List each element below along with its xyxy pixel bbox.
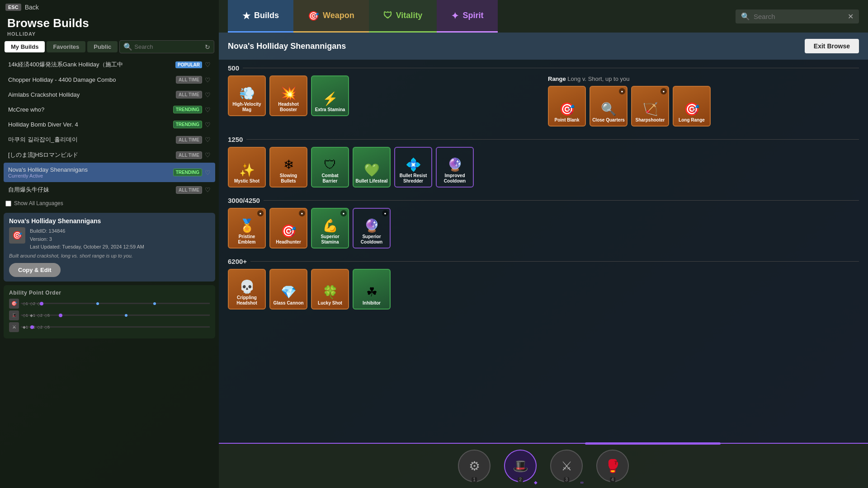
build-item-name: Nova's Holliday Shenannigans xyxy=(8,166,88,173)
ability-order-section: Ability Point Order 🎯 ◇1 ◇2 ◇5 🎩 ◇1 ◆1 ◇… xyxy=(4,285,215,338)
item-lucky-shot[interactable]: 🍀 Lucky Shot xyxy=(311,269,349,310)
item-long-range[interactable]: 🎯 Long Range xyxy=(673,86,711,127)
favorite-button[interactable]: ♡ xyxy=(205,91,211,99)
item-icon: 💥 xyxy=(281,87,297,100)
search-icon: 🔍 xyxy=(123,42,132,51)
build-item-left: McCree who? xyxy=(8,106,44,113)
build-list-item[interactable]: Chopper Holliday - 4400 Damage Combo ALL… xyxy=(4,72,215,87)
favorite-button[interactable]: ♡ xyxy=(205,76,211,84)
nav-search-box[interactable]: 🔍 ✕ xyxy=(736,9,859,23)
build-list-item[interactable]: 14k経済400爆発法系Gank Holliday（施工中 POPULAR ♡ xyxy=(4,57,215,72)
refresh-button[interactable]: ↻ xyxy=(205,43,210,51)
ability-number-3: 3 xyxy=(564,477,569,482)
tier-500-items: 💨 High-Velocity Mag 💥 Headshot Booster ⚡… xyxy=(228,75,539,116)
item-combat-barrier[interactable]: 🛡 Combat Barrier xyxy=(311,147,349,188)
show-all-languages-checkbox[interactable] xyxy=(5,201,11,206)
item-improved-cooldown[interactable]: 🔮 Improved Cooldown xyxy=(436,147,474,188)
item-glass-cannon[interactable]: 💎 Glass Cannon xyxy=(269,269,307,310)
tab-favorites[interactable]: Favorites xyxy=(47,41,85,52)
build-list-item[interactable]: 마쿠의 길라잡이_홀리데이 ALL TIME ♡ xyxy=(4,132,215,147)
item-superior-stamina[interactable]: 💪 Superior Stamina ● xyxy=(311,208,349,249)
track-line-3: ◆1 ◇1 ◇2 ◇5 xyxy=(21,326,210,328)
item-icon: 🎯 xyxy=(559,103,575,116)
build-item-name: Holliday Bomb Diver Ver. 4 xyxy=(8,121,78,128)
build-badge: ALL TIME xyxy=(176,151,202,159)
item-headshot-booster[interactable]: 💥 Headshot Booster xyxy=(269,75,307,116)
build-badge: ALL TIME xyxy=(176,76,202,84)
item-mystic-shot[interactable]: ✨ Mystic Shot xyxy=(228,147,266,188)
builds-tab-label: Builds xyxy=(254,11,279,20)
build-item-right: TRENDING ♡ xyxy=(173,169,211,176)
build-list-item[interactable]: 自用爆头牛仔妹 ALL TIME ♡ xyxy=(4,182,215,197)
item-icon: 🏹 xyxy=(642,103,658,116)
build-badge: TRENDING xyxy=(173,106,202,113)
tier-6200: 6200+ 💀 Crippling Headshot 💎 Glass Canno… xyxy=(219,253,868,314)
item-name: High-Velocity Mag xyxy=(231,102,263,113)
tab-my-builds[interactable]: My Builds xyxy=(5,41,45,52)
build-list-item[interactable]: Holliday Bomb Diver Ver. 4 TRENDING ♡ xyxy=(4,117,215,132)
nav-tab-spirit[interactable]: ✦ Spirit xyxy=(437,0,498,33)
item-badge: ● xyxy=(340,210,347,216)
item-slowing-bullets[interactable]: ❄ Slowing Bullets xyxy=(269,147,307,188)
ability-order-title: Ability Point Order xyxy=(9,290,210,296)
item-bullet-lifesteal[interactable]: 💚 Bullet Lifesteal xyxy=(353,147,391,188)
item-inhibitor[interactable]: ☘ Inhibitor xyxy=(353,269,391,310)
build-list-item[interactable]: [しのま流]HSロマンビルド ALL TIME ♡ xyxy=(4,147,215,163)
build-list-item[interactable]: Aimlabs Crackshot Holliday ALL TIME ♡ xyxy=(4,87,215,102)
item-name: Glass Cannon xyxy=(273,300,303,306)
item-badge: ● xyxy=(257,210,264,216)
tier-500-label: 500 xyxy=(228,64,859,72)
builds-search-box[interactable]: 🔍 ↻ xyxy=(119,40,214,53)
nav-search-clear-button[interactable]: ✕ xyxy=(848,12,854,21)
item-high-velocity-mag[interactable]: 💨 High-Velocity Mag xyxy=(228,75,266,116)
ability-button-1[interactable]: ⚙ 1 xyxy=(458,450,491,482)
build-meta: BuildID: 134846 Version: 3 Last Updated:… xyxy=(30,227,144,251)
tier-500-cols: 💨 High-Velocity Mag 💥 Headshot Booster ⚡… xyxy=(228,75,859,127)
ability-number-4: 4 xyxy=(610,477,615,482)
favorite-button[interactable]: ♡ xyxy=(205,186,211,193)
back-button[interactable]: Back xyxy=(25,4,39,11)
favorite-button[interactable]: ♡ xyxy=(205,61,211,68)
ability-track-icon-2: 🎩 xyxy=(9,310,19,320)
nav-search-input[interactable] xyxy=(754,13,844,20)
item-name: Headhunter xyxy=(276,239,301,245)
weapon-icon: 🎯 xyxy=(308,10,319,21)
main-panel: ★ Builds 🎯 Weapon 🛡 Vitality ✦ Spirit 🔍 … xyxy=(219,0,868,488)
item-crippling-headshot[interactable]: 💀 Crippling Headshot xyxy=(228,269,266,310)
item-badge: ● xyxy=(382,210,388,216)
track-line-1: ◇1 ◇2 ◇5 xyxy=(21,303,210,304)
build-item-name: 14k経済400爆発法系Gank Holliday（施工中 xyxy=(8,61,123,69)
nav-tab-weapon[interactable]: 🎯 Weapon xyxy=(293,0,369,33)
build-list-item[interactable]: McCree who? TRENDING ♡ xyxy=(4,102,215,117)
favorite-button[interactable]: ♡ xyxy=(205,121,211,128)
favorite-button[interactable]: ♡ xyxy=(205,169,211,176)
item-superior-cooldown[interactable]: 🔮 Superior Cooldown ● xyxy=(353,208,391,249)
favorite-button[interactable]: ♡ xyxy=(205,106,211,113)
favorite-button[interactable]: ♡ xyxy=(205,151,211,159)
tier-3000: 3000/4250 🏅 Pristine Emblem ● 🎯 Headhunt… xyxy=(219,192,868,253)
nav-tab-vitality[interactable]: 🛡 Vitality xyxy=(369,0,437,33)
item-icon: 💎 xyxy=(281,286,297,299)
build-list-item[interactable]: Nova's Holliday Shenannigans Currently A… xyxy=(4,163,215,182)
item-close-quarters[interactable]: 🔍 Close Quarters ● xyxy=(590,86,627,127)
build-detail-icon: 🎯 xyxy=(9,227,25,244)
ability-button-3[interactable]: ⚔ 3 ∞ xyxy=(550,450,583,482)
item-extra-stamina[interactable]: ⚡ Extra Stamina xyxy=(311,75,349,116)
builds-search-input[interactable] xyxy=(134,43,203,50)
tab-public[interactable]: Public xyxy=(87,41,118,52)
build-item-left: 14k経済400爆発法系Gank Holliday（施工中 xyxy=(8,61,123,69)
favorite-button[interactable]: ♡ xyxy=(205,136,211,143)
nav-tab-builds[interactable]: ★ Builds xyxy=(228,0,293,33)
item-headhunter[interactable]: 🎯 Headhunter ● xyxy=(269,208,307,249)
copy-edit-button[interactable]: Copy & Edit xyxy=(9,263,61,277)
build-item-right: ALL TIME ♡ xyxy=(176,151,211,159)
build-id: BuildID: 134846 xyxy=(30,227,144,235)
item-pristine-emblem[interactable]: 🏅 Pristine Emblem ● xyxy=(228,208,266,249)
ability-button-4[interactable]: 🥊 4 xyxy=(596,450,629,482)
ability-button-2[interactable]: 🎩 2 ◆ xyxy=(504,450,537,482)
item-bullet-resist-shredder[interactable]: 💠 Bullet Resist Shredder xyxy=(394,147,432,188)
item-point-blank[interactable]: 🎯 Point Blank xyxy=(548,86,586,127)
item-sharpshooter[interactable]: 🏹 Sharpshooter ● xyxy=(631,86,669,127)
exit-browse-button[interactable]: Exit Browse xyxy=(805,39,859,53)
progress-bar-container xyxy=(438,442,868,445)
